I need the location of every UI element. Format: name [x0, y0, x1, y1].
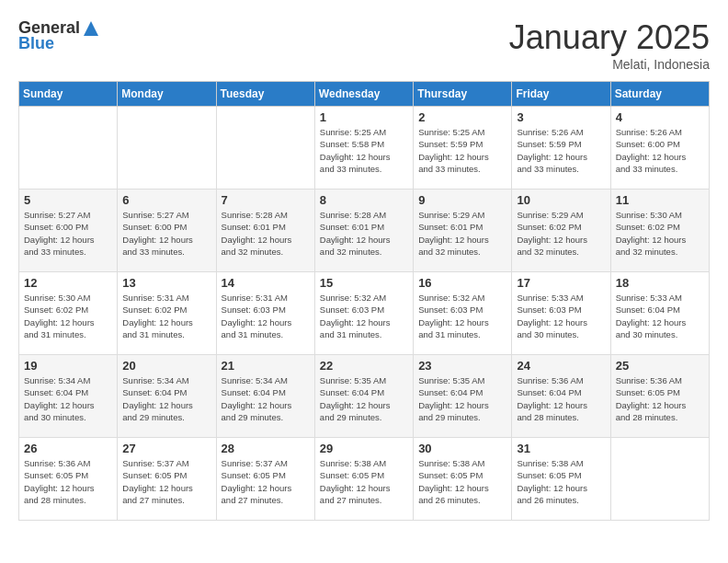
- weekday-header-friday: Friday: [512, 82, 610, 107]
- calendar-cell: 29Sunrise: 5:38 AM Sunset: 6:05 PM Dayli…: [314, 438, 413, 521]
- calendar-cell: 15Sunrise: 5:32 AM Sunset: 6:03 PM Dayli…: [314, 272, 413, 355]
- weekday-header-row: SundayMondayTuesdayWednesdayThursdayFrid…: [19, 82, 710, 107]
- weekday-header-monday: Monday: [118, 82, 216, 107]
- weekday-header-tuesday: Tuesday: [216, 82, 314, 107]
- calendar-cell: 22Sunrise: 5:35 AM Sunset: 6:04 PM Dayli…: [314, 355, 413, 438]
- day-info: Sunrise: 5:29 AM Sunset: 6:01 PM Dayligh…: [418, 209, 506, 258]
- calendar-cell: 1Sunrise: 5:25 AM Sunset: 5:58 PM Daylig…: [314, 107, 413, 190]
- day-info: Sunrise: 5:25 AM Sunset: 5:59 PM Dayligh…: [418, 126, 506, 175]
- day-info: Sunrise: 5:36 AM Sunset: 6:05 PM Dayligh…: [24, 457, 112, 506]
- day-number: 29: [320, 442, 408, 455]
- calendar-cell: 9Sunrise: 5:29 AM Sunset: 6:01 PM Daylig…: [414, 190, 512, 272]
- day-info: Sunrise: 5:34 AM Sunset: 6:04 PM Dayligh…: [24, 374, 112, 423]
- calendar-week-row: 12Sunrise: 5:30 AM Sunset: 6:02 PM Dayli…: [19, 272, 710, 355]
- calendar-cell: 26Sunrise: 5:36 AM Sunset: 6:05 PM Dayli…: [19, 438, 118, 521]
- day-number: 6: [122, 193, 210, 207]
- day-number: 27: [122, 442, 210, 455]
- calendar-cell: 14Sunrise: 5:31 AM Sunset: 6:03 PM Dayli…: [216, 272, 314, 355]
- day-info: Sunrise: 5:37 AM Sunset: 6:05 PM Dayligh…: [122, 457, 210, 506]
- calendar-cell: 12Sunrise: 5:30 AM Sunset: 6:02 PM Dayli…: [19, 272, 118, 355]
- day-number: 3: [517, 110, 605, 124]
- day-info: Sunrise: 5:35 AM Sunset: 6:04 PM Dayligh…: [320, 374, 408, 423]
- day-info: Sunrise: 5:32 AM Sunset: 6:03 PM Dayligh…: [418, 292, 506, 340]
- logo: General Blue: [18, 18, 100, 53]
- calendar-cell: 24Sunrise: 5:36 AM Sunset: 6:04 PM Dayli…: [512, 355, 610, 438]
- title-block: January 2025 Melati, Indonesia: [509, 18, 710, 72]
- day-info: Sunrise: 5:38 AM Sunset: 6:05 PM Dayligh…: [320, 457, 408, 506]
- day-number: 15: [320, 276, 408, 290]
- day-number: 20: [122, 359, 210, 373]
- weekday-header-sunday: Sunday: [19, 82, 118, 107]
- calendar-cell: 6Sunrise: 5:27 AM Sunset: 6:00 PM Daylig…: [118, 190, 216, 272]
- day-info: Sunrise: 5:37 AM Sunset: 6:05 PM Dayligh…: [222, 457, 310, 506]
- day-number: 13: [122, 276, 210, 290]
- calendar-cell: [216, 107, 314, 190]
- day-info: Sunrise: 5:36 AM Sunset: 6:05 PM Dayligh…: [616, 374, 704, 423]
- day-number: 1: [320, 110, 408, 124]
- calendar-cell: 7Sunrise: 5:28 AM Sunset: 6:01 PM Daylig…: [216, 190, 314, 272]
- day-number: 18: [616, 276, 704, 290]
- day-info: Sunrise: 5:34 AM Sunset: 6:04 PM Dayligh…: [222, 374, 310, 423]
- day-info: Sunrise: 5:31 AM Sunset: 6:02 PM Dayligh…: [122, 292, 210, 340]
- logo-icon: [82, 19, 100, 38]
- day-info: Sunrise: 5:35 AM Sunset: 6:04 PM Dayligh…: [418, 374, 506, 423]
- calendar-cell: 21Sunrise: 5:34 AM Sunset: 6:04 PM Dayli…: [216, 355, 314, 438]
- month-title: January 2025: [509, 18, 710, 57]
- calendar-cell: 20Sunrise: 5:34 AM Sunset: 6:04 PM Dayli…: [118, 355, 216, 438]
- day-info: Sunrise: 5:27 AM Sunset: 6:00 PM Dayligh…: [24, 209, 112, 258]
- calendar-cell: 27Sunrise: 5:37 AM Sunset: 6:05 PM Dayli…: [118, 438, 216, 521]
- calendar-cell: 8Sunrise: 5:28 AM Sunset: 6:01 PM Daylig…: [314, 190, 413, 272]
- day-number: 21: [222, 359, 310, 373]
- calendar-cell: [19, 107, 118, 190]
- day-info: Sunrise: 5:36 AM Sunset: 6:04 PM Dayligh…: [517, 374, 605, 423]
- weekday-header-thursday: Thursday: [414, 82, 512, 107]
- day-info: Sunrise: 5:33 AM Sunset: 6:04 PM Dayligh…: [616, 292, 704, 340]
- day-info: Sunrise: 5:33 AM Sunset: 6:03 PM Dayligh…: [517, 292, 605, 340]
- calendar-cell: 28Sunrise: 5:37 AM Sunset: 6:05 PM Dayli…: [216, 438, 314, 521]
- calendar-cell: 25Sunrise: 5:36 AM Sunset: 6:05 PM Dayli…: [610, 355, 709, 438]
- day-info: Sunrise: 5:31 AM Sunset: 6:03 PM Dayligh…: [222, 292, 310, 340]
- calendar-table: SundayMondayTuesdayWednesdayThursdayFrid…: [18, 81, 710, 521]
- day-info: Sunrise: 5:26 AM Sunset: 6:00 PM Dayligh…: [616, 126, 704, 175]
- calendar-cell: 2Sunrise: 5:25 AM Sunset: 5:59 PM Daylig…: [414, 107, 512, 190]
- day-number: 16: [418, 276, 506, 290]
- calendar-cell: 19Sunrise: 5:34 AM Sunset: 6:04 PM Dayli…: [19, 355, 118, 438]
- day-info: Sunrise: 5:28 AM Sunset: 6:01 PM Dayligh…: [320, 209, 408, 258]
- location-subtitle: Melati, Indonesia: [509, 57, 710, 72]
- day-info: Sunrise: 5:25 AM Sunset: 5:58 PM Dayligh…: [320, 126, 408, 175]
- day-number: 17: [517, 276, 605, 290]
- day-info: Sunrise: 5:32 AM Sunset: 6:03 PM Dayligh…: [320, 292, 408, 340]
- calendar-cell: 13Sunrise: 5:31 AM Sunset: 6:02 PM Dayli…: [118, 272, 216, 355]
- day-number: 31: [517, 442, 605, 455]
- calendar-cell: 11Sunrise: 5:30 AM Sunset: 6:02 PM Dayli…: [610, 190, 709, 272]
- weekday-header-saturday: Saturday: [610, 82, 709, 107]
- weekday-header-wednesday: Wednesday: [314, 82, 413, 107]
- calendar-cell: 31Sunrise: 5:38 AM Sunset: 6:05 PM Dayli…: [512, 438, 610, 521]
- day-number: 4: [616, 110, 704, 124]
- day-info: Sunrise: 5:28 AM Sunset: 6:01 PM Dayligh…: [222, 209, 310, 258]
- calendar-cell: 16Sunrise: 5:32 AM Sunset: 6:03 PM Dayli…: [414, 272, 512, 355]
- calendar-cell: 3Sunrise: 5:26 AM Sunset: 5:59 PM Daylig…: [512, 107, 610, 190]
- calendar-cell: 17Sunrise: 5:33 AM Sunset: 6:03 PM Dayli…: [512, 272, 610, 355]
- day-number: 12: [24, 276, 112, 290]
- calendar-cell: 30Sunrise: 5:38 AM Sunset: 6:05 PM Dayli…: [414, 438, 512, 521]
- day-info: Sunrise: 5:38 AM Sunset: 6:05 PM Dayligh…: [517, 457, 605, 506]
- calendar-week-row: 19Sunrise: 5:34 AM Sunset: 6:04 PM Dayli…: [19, 355, 710, 438]
- day-number: 25: [616, 359, 704, 373]
- day-number: 24: [517, 359, 605, 373]
- day-info: Sunrise: 5:30 AM Sunset: 6:02 PM Dayligh…: [616, 209, 704, 258]
- day-number: 23: [418, 359, 506, 373]
- day-info: Sunrise: 5:30 AM Sunset: 6:02 PM Dayligh…: [24, 292, 112, 340]
- calendar-cell: 10Sunrise: 5:29 AM Sunset: 6:02 PM Dayli…: [512, 190, 610, 272]
- calendar-week-row: 5Sunrise: 5:27 AM Sunset: 6:00 PM Daylig…: [19, 190, 710, 272]
- calendar-cell: 4Sunrise: 5:26 AM Sunset: 6:00 PM Daylig…: [610, 107, 709, 190]
- calendar-cell: [118, 107, 216, 190]
- day-info: Sunrise: 5:27 AM Sunset: 6:00 PM Dayligh…: [122, 209, 210, 258]
- day-info: Sunrise: 5:29 AM Sunset: 6:02 PM Dayligh…: [517, 209, 605, 258]
- day-number: 7: [222, 193, 310, 207]
- page-header: General Blue January 2025 Melati, Indone…: [18, 18, 710, 72]
- day-number: 19: [24, 359, 112, 373]
- day-number: 26: [24, 442, 112, 455]
- day-number: 28: [222, 442, 310, 455]
- day-number: 8: [320, 193, 408, 207]
